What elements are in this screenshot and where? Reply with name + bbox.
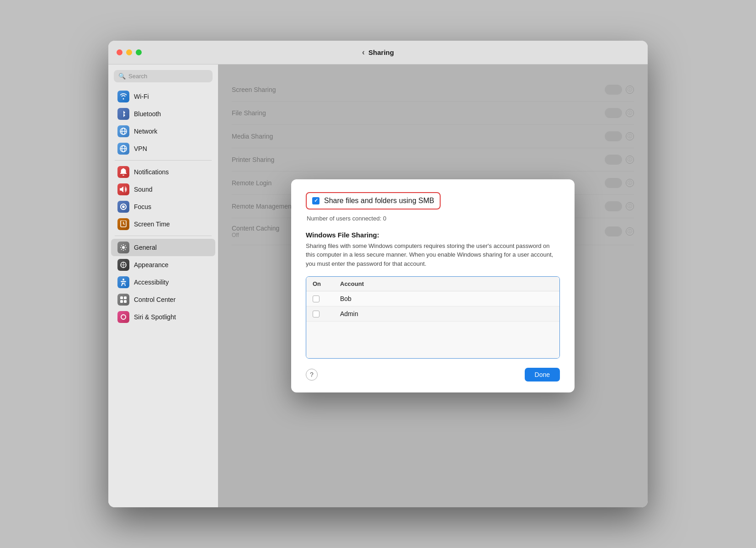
sidebar-item-label: Notifications — [134, 168, 169, 176]
sidebar-item-accessibility[interactable]: Accessibility — [111, 274, 215, 291]
col-account-header: Account — [340, 280, 553, 287]
svg-rect-15 — [124, 300, 127, 303]
sidebar-item-sound[interactable]: Sound — [111, 181, 215, 198]
back-button[interactable]: ‹ — [362, 48, 365, 57]
sidebar-item-label: Control Center — [134, 296, 176, 303]
sound-icon — [117, 183, 129, 195]
sidebar: 🔍 Search Wi-Fi — [108, 64, 218, 507]
done-button[interactable]: Done — [525, 368, 560, 381]
sidebar-item-focus[interactable]: Focus — [111, 198, 215, 215]
sidebar-item-appearance[interactable]: Appearance — [111, 256, 215, 274]
sidebar-item-label: Network — [134, 128, 157, 135]
sidebar-item-label: Accessibility — [134, 279, 169, 286]
siri-icon — [117, 311, 129, 323]
sidebar-item-label: VPN — [134, 145, 147, 152]
account-table: On Account Bob — [306, 276, 560, 359]
overlay-backdrop: Share files and folders using SMB Number… — [218, 64, 648, 507]
svg-point-9 — [122, 246, 125, 249]
smb-checkbox[interactable] — [312, 197, 319, 204]
sidebar-divider-2 — [115, 236, 212, 236]
svg-point-16 — [121, 315, 126, 319]
general-icon — [117, 242, 129, 253]
svg-rect-12 — [120, 296, 123, 299]
row-checkbox-admin[interactable] — [313, 311, 319, 317]
screentime-icon — [117, 218, 129, 230]
maximize-button[interactable] — [136, 49, 142, 55]
smb-checkbox-label: Share files and folders using SMB — [324, 197, 434, 205]
sidebar-item-wifi[interactable]: Wi-Fi — [111, 88, 215, 105]
window-title: ‹ Sharing — [362, 48, 394, 57]
table-row: Bob — [306, 291, 559, 306]
close-button[interactable] — [117, 49, 122, 55]
table-header: On Account — [306, 277, 559, 291]
sidebar-item-general[interactable]: General — [111, 239, 215, 256]
sidebar-item-label: Screen Time — [134, 220, 170, 228]
svg-point-11 — [122, 279, 124, 280]
row-account-cell: Admin — [340, 310, 553, 317]
focus-icon — [117, 201, 129, 213]
svg-rect-14 — [120, 300, 123, 303]
search-placeholder: Search — [128, 73, 147, 80]
section-title: Windows File Sharing: — [306, 231, 560, 239]
sidebar-item-label: Bluetooth — [134, 110, 161, 118]
sidebar-item-siri[interactable]: Siri & Spotlight — [111, 308, 215, 326]
title-text: Sharing — [368, 48, 394, 56]
sidebar-item-screentime[interactable]: Screen Time — [111, 215, 215, 233]
sidebar-item-bluetooth[interactable]: Bluetooth — [111, 105, 215, 123]
smb-modal: Share files and folders using SMB Number… — [291, 179, 575, 393]
right-panel: Screen Sharing ⓘ File Sharing ⓘ Media Sh… — [218, 64, 648, 507]
accessibility-icon — [117, 276, 129, 288]
help-button[interactable]: ? — [306, 369, 318, 381]
main-content: 🔍 Search Wi-Fi — [108, 64, 648, 507]
sidebar-divider — [115, 160, 212, 161]
network-icon — [117, 125, 129, 137]
sidebar-item-vpn[interactable]: VPN — [111, 140, 215, 157]
title-bar: ‹ Sharing — [108, 41, 648, 64]
wifi-icon — [117, 91, 129, 102]
traffic-lights — [117, 49, 142, 55]
users-count: Number of users connected: 0 — [306, 215, 560, 222]
sidebar-item-label: Sound — [134, 186, 152, 193]
sidebar-item-label: Siri & Spotlight — [134, 313, 176, 321]
row-on-cell — [313, 295, 340, 302]
sidebar-item-notifications[interactable]: Notifications — [111, 163, 215, 181]
bluetooth-icon — [117, 108, 129, 120]
vpn-icon — [117, 143, 129, 155]
row-checkbox-bob[interactable] — [313, 295, 319, 302]
sidebar-item-label: Focus — [134, 203, 151, 210]
search-icon: 🔍 — [118, 73, 126, 80]
row-account-cell: Bob — [340, 295, 553, 302]
minimize-button[interactable] — [126, 49, 132, 55]
sidebar-item-label: Appearance — [134, 261, 169, 269]
sidebar-item-label: Wi-Fi — [134, 93, 149, 100]
notifications-icon — [117, 166, 129, 178]
col-on-header: On — [313, 280, 340, 287]
svg-rect-13 — [124, 296, 127, 299]
row-on-cell — [313, 311, 340, 317]
modal-footer: ? Done — [306, 368, 560, 381]
sidebar-item-network[interactable]: Network — [111, 123, 215, 140]
controlcenter-icon — [117, 294, 129, 306]
table-empty-area — [306, 322, 559, 358]
section-desc: Sharing files with some Windows computer… — [306, 242, 560, 269]
appearance-icon — [117, 259, 129, 271]
smb-checkbox-row[interactable]: Share files and folders using SMB — [306, 192, 441, 210]
sidebar-item-label: General — [134, 244, 157, 251]
sidebar-item-controlcenter[interactable]: Control Center — [111, 291, 215, 308]
mac-window: ‹ Sharing 🔍 Search Wi-Fi — [108, 41, 648, 507]
table-row: Admin — [306, 306, 559, 322]
search-bar[interactable]: 🔍 Search — [114, 70, 213, 82]
